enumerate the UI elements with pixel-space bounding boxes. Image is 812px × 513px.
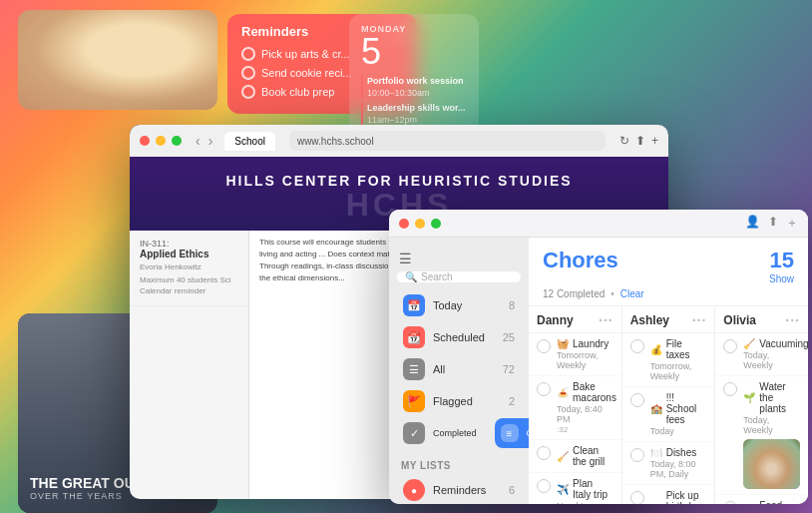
all-icon: ☰	[403, 358, 425, 380]
italy-sub: Need to confirm whether we should fly to…	[557, 501, 613, 504]
laundry-check[interactable]	[537, 339, 551, 353]
browser-nav: ‹ ›	[194, 133, 214, 149]
flagged-count: 2	[509, 395, 515, 407]
calendar-event-1-title: Portfolio work session	[367, 76, 467, 88]
chores-icon: ≡	[501, 424, 519, 442]
olivia-col-label: Olivia	[723, 313, 756, 327]
grill-title: 🧹 Clean the grill	[557, 445, 613, 467]
dog-image	[18, 10, 217, 110]
ashley-task-taxes: 💰 File taxes Tomorrow, Weekly	[622, 333, 715, 387]
macarons-check[interactable]	[537, 382, 551, 396]
today-icon: 📅	[403, 294, 425, 316]
sparky-check[interactable]	[723, 501, 737, 504]
taxes-sub: Tomorrow, Weekly	[650, 361, 707, 381]
taxes-info: 💰 File taxes Tomorrow, Weekly	[650, 338, 707, 381]
browser-tab-label: School	[234, 136, 265, 147]
grill-check[interactable]	[537, 446, 551, 460]
browser-back-button[interactable]: ‹	[194, 133, 203, 149]
app-maximize-dot[interactable]	[431, 219, 441, 229]
plants-check[interactable]	[723, 382, 737, 396]
search-icon: 🔍	[405, 271, 417, 282]
smart-lists: 📅 Today 8 📆 Scheduled 25 ☰ All 72 🚩 Flag…	[389, 290, 529, 448]
plants-title: 🌱 Water the plants	[743, 381, 800, 414]
birthday-check[interactable]	[630, 491, 644, 504]
scheduled-count: 25	[503, 331, 515, 343]
browser-url-bar[interactable]: www.hchs.school	[289, 131, 606, 151]
italy-info: ✈️ Plan Italy trip Need to confirm wheth…	[557, 478, 613, 504]
app-add-icon[interactable]: ＋	[786, 215, 798, 232]
chores-column-danny: Danny ··· 🧺 Laundry Tomorrow, Weekly	[529, 306, 622, 504]
ashley-task-fees: 🏫 !!! School fees Today	[622, 387, 715, 442]
chores-title-block: Chores	[543, 248, 618, 273]
completed-chores-row: ✓ Completed ≡ Chores 15	[393, 418, 525, 448]
app-share-icon[interactable]: 👤	[745, 215, 760, 232]
chores-title: Chores	[543, 248, 618, 273]
all-label: All	[433, 363, 495, 375]
laundry-sub: Tomorrow, Weekly	[557, 350, 613, 370]
laundry-info: 🧺 Laundry Tomorrow, Weekly	[557, 338, 613, 370]
dog-card	[18, 10, 217, 110]
sparky-info: 🐕 Feed Sparky Today, 5:00 PM, Daily	[743, 500, 800, 504]
taxes-check[interactable]	[630, 339, 644, 353]
dishes-info: 🍽️ Dishes Today, 8:00 PM, Daily	[650, 447, 707, 479]
course-instructor: Evoria Henkowitz	[140, 261, 238, 272]
chores-count: 15	[769, 248, 794, 273]
macarons-emoji: 🍝	[557, 387, 569, 398]
browser-maximize-dot[interactable]	[172, 136, 182, 146]
completed-icon: ✓	[403, 422, 425, 444]
browser-minimize-dot[interactable]	[156, 136, 166, 146]
smart-list-completed[interactable]: ✓ Completed	[397, 418, 483, 448]
birthday-title: 🎂 Pick up birthday cake for 🐕 Sparky	[650, 490, 707, 504]
scheduled-icon: 📆	[403, 326, 425, 348]
app-upload-icon[interactable]: ⬆	[768, 215, 778, 232]
browser-forward-button[interactable]: ›	[206, 133, 215, 149]
smart-list-all[interactable]: ☰ All 72	[393, 354, 525, 384]
olivia-col-menu[interactable]: ···	[785, 312, 800, 328]
italy-check[interactable]	[537, 479, 551, 493]
chores-show-button[interactable]: Show	[769, 273, 794, 284]
smart-list-chores[interactable]: ≡ Chores 15	[495, 418, 529, 448]
italy-emoji: ✈️	[557, 484, 569, 495]
list-reminders[interactable]: ● Reminders 6	[393, 475, 525, 504]
italy-title: ✈️ Plan Italy trip	[557, 478, 613, 500]
smart-list-flagged[interactable]: 🚩 Flagged 2	[393, 386, 525, 416]
danny-col-label: Danny	[537, 313, 574, 327]
flagged-label: Flagged	[433, 395, 501, 407]
browser-add-tab-icon[interactable]: +	[651, 134, 658, 148]
app-search-bar[interactable]: 🔍 Search	[397, 271, 521, 282]
ashley-task-birthday: 🎂 Pick up birthday cake for 🐕 Sparky	[622, 485, 715, 504]
laundry-emoji: 🧺	[557, 338, 569, 349]
laundry-title: 🧺 Laundry	[557, 338, 613, 349]
danny-task-laundry: 🧺 Laundry Tomorrow, Weekly	[529, 333, 621, 376]
olivia-col-header: Olivia ···	[715, 306, 808, 333]
ashley-col-menu[interactable]: ···	[692, 312, 707, 328]
course-details: Maximum 40 students Sci Calendar reminde…	[140, 274, 238, 296]
app-titlebar-icons: 👤 ⬆ ＋	[745, 215, 798, 232]
browser-share-icon[interactable]: ⬆	[635, 134, 645, 148]
fees-check[interactable]	[630, 393, 644, 407]
app-titlebar: 👤 ⬆ ＋	[389, 210, 808, 238]
browser-close-dot[interactable]	[140, 136, 150, 146]
reminder-check-1	[241, 47, 255, 61]
danny-col-menu[interactable]: ···	[599, 312, 613, 328]
app-menu-icon[interactable]: ☰	[389, 246, 529, 271]
smart-list-scheduled[interactable]: 📆 Scheduled 25	[393, 322, 525, 352]
reminder-text-3: Book club prep	[261, 86, 334, 98]
app-close-dot[interactable]	[399, 219, 409, 229]
reminder-check-3	[241, 85, 255, 99]
browser-reload-icon[interactable]: ↻	[619, 134, 629, 148]
danny-task-macarons: 🍝 Bake macarons Today, 8:40 PM :32	[529, 376, 621, 440]
birthday-info: 🎂 Pick up birthday cake for 🐕 Sparky	[650, 490, 707, 504]
browser-tab[interactable]: School	[224, 132, 275, 151]
flagged-icon: 🚩	[403, 390, 425, 412]
dishes-check[interactable]	[630, 448, 644, 462]
vacuuming-check[interactable]	[723, 339, 737, 353]
fees-emoji: 🏫	[650, 403, 662, 414]
calendar-date: 5	[361, 34, 467, 70]
smart-list-today[interactable]: 📅 Today 8	[393, 290, 525, 320]
reminder-text-1: Pick up arts & cr...	[261, 48, 350, 60]
fees-sub: Today	[650, 426, 707, 436]
chores-clear-button[interactable]: Clear	[620, 288, 644, 299]
macarons-info: 🍝 Bake macarons Today, 8:40 PM :32	[557, 381, 613, 434]
app-minimize-dot[interactable]	[415, 219, 425, 229]
